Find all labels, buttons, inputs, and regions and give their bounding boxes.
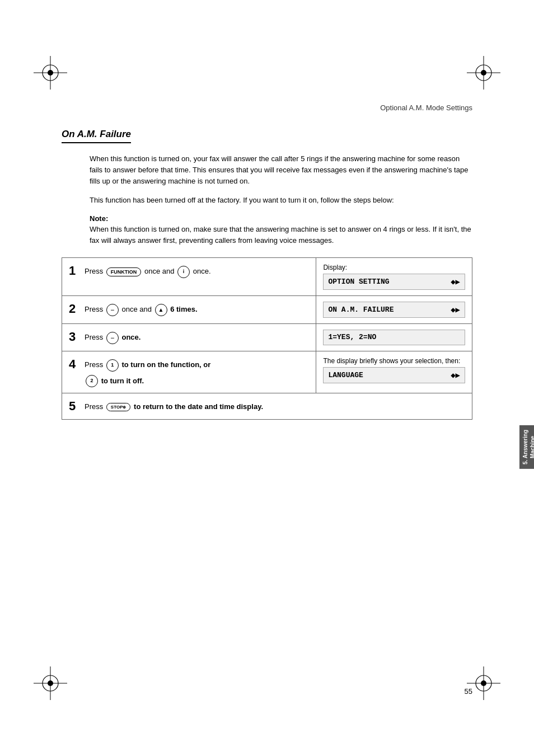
- funktion-button: FUNKTION: [106, 267, 142, 277]
- intro-para2: This function has been turned off at the…: [90, 195, 472, 206]
- step-3-instruction-cell: 3 Press − once.: [62, 323, 316, 351]
- step-4-instruction-cell: 4 Press 1 to turn on the function, or 2 …: [62, 351, 316, 393]
- svg-point-3: [48, 70, 53, 76]
- step-3-text: Press − once.: [85, 330, 140, 344]
- step-2-row: 2 Press − once and ▲ 6 times. ON A.M. FA…: [62, 295, 472, 323]
- once-and-text: once and: [144, 267, 175, 275]
- step-2-display-text: ON A.M. FAILURE: [328, 306, 394, 314]
- corner-mark-tr: [467, 56, 500, 90]
- section-title: On A.M. Failure: [62, 129, 131, 143]
- step-1-row: 1 Press FUNKTION once and i once. Displa…: [62, 257, 472, 295]
- step-2-instruction-cell: 2 Press − once and ▲ 6 times.: [62, 295, 316, 323]
- steps-table: 1 Press FUNKTION once and i once. Displa…: [62, 257, 472, 420]
- step-5-cell: 5 Press STOP⊕ to return to the date and …: [62, 393, 472, 419]
- svg-point-7: [481, 70, 486, 76]
- svg-point-11: [48, 680, 53, 686]
- step-5-number: 5: [69, 399, 85, 414]
- button-1: 1: [106, 359, 119, 372]
- step-2-display-arrows: ◆▶: [451, 305, 460, 314]
- nav-button-2: −: [106, 304, 119, 316]
- step-2-display-box: ON A.M. FAILURE ◆▶: [323, 302, 465, 318]
- step-3-row: 3 Press − once. 1=YES, 2=NO: [62, 323, 472, 351]
- step-4-display-text: LANGUAGE: [328, 371, 363, 379]
- step-1-instruction-cell: 1 Press FUNKTION once and i once.: [62, 257, 316, 295]
- once-text: once.: [193, 267, 211, 275]
- step-5-row: 5 Press STOP⊕ to return to the date and …: [62, 393, 472, 419]
- step-4-sub: 2 to turn it off.: [85, 375, 210, 387]
- step-4-display-pre: The display briefly shows your selection…: [323, 357, 465, 365]
- circle-t-button: ▲: [155, 304, 167, 316]
- step-1-display-label: Display:: [323, 264, 465, 271]
- main-content: On A.M. Failure When this function is tu…: [62, 129, 472, 420]
- step-2-number: 2: [69, 302, 85, 316]
- step-4-display-arrows: ◆▶: [451, 370, 460, 380]
- corner-mark-tl: [34, 56, 67, 90]
- page-number: 55: [465, 687, 472, 696]
- step-4-display-box: LANGUAGE ◆▶: [323, 367, 465, 383]
- step-1-number: 1: [69, 264, 85, 278]
- step-1-display-box: OPTION SETTING ◆▶: [323, 274, 465, 290]
- step-4-display-cell: The display briefly shows your selection…: [316, 351, 472, 393]
- step-5-text: Press STOP⊕ to return to the date and ti…: [85, 399, 263, 412]
- step-4-number: 4: [69, 357, 85, 372]
- step-3-display-text: 1=YES, 2=NO: [328, 333, 376, 341]
- step-1-display-text: OPTION SETTING: [328, 278, 389, 286]
- note-label: Note:: [90, 214, 472, 223]
- intro-para1: When this function is turned on, your fa…: [90, 153, 472, 187]
- svg-point-15: [481, 680, 486, 686]
- side-tab: 5. AnsweringMachine: [519, 425, 534, 469]
- circle-i-button: i: [177, 266, 190, 278]
- step-1-display-arrows: ◆▶: [451, 277, 460, 287]
- step-1-text: Press FUNKTION once and i once.: [85, 264, 211, 278]
- note-section: Note: When this function is turned on, m…: [90, 214, 472, 246]
- step-4-text: Press 1 to turn on the function, or 2 to…: [85, 357, 210, 387]
- corner-mark-bl: [34, 666, 67, 700]
- step-4-row: 4 Press 1 to turn on the function, or 2 …: [62, 351, 472, 393]
- step-2-display-cell: ON A.M. FAILURE ◆▶: [316, 295, 472, 323]
- note-text: When this function is turned on, make su…: [90, 224, 472, 246]
- stop-button: STOP⊕: [106, 403, 131, 411]
- nav-button-3: −: [106, 332, 119, 344]
- page-header: Optional A.M. Mode Settings: [380, 104, 472, 112]
- button-2: 2: [86, 375, 98, 387]
- step-3-display-cell: 1=YES, 2=NO: [316, 323, 472, 351]
- step-2-text: Press − once and ▲ 6 times.: [85, 302, 198, 316]
- step-3-number: 3: [69, 330, 85, 344]
- step-3-display-box: 1=YES, 2=NO: [323, 330, 465, 345]
- step-1-display-cell: Display: OPTION SETTING ◆▶: [316, 257, 472, 295]
